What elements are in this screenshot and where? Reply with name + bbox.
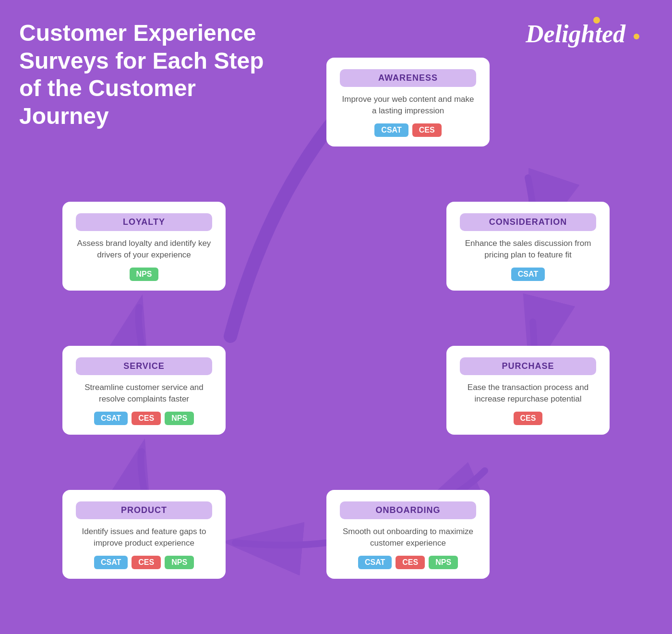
card-onboarding: ONBOARDING Smooth out onboarding to maxi… xyxy=(326,490,490,579)
card-product-badges: CSAT CES NPS xyxy=(76,556,212,569)
badge-ces: CES xyxy=(412,123,442,137)
card-awareness-desc: Improve your web content and make a last… xyxy=(340,94,476,117)
badge-nps: NPS xyxy=(165,556,194,569)
card-service-badges: CSAT CES NPS xyxy=(76,412,212,425)
card-purchase-title: PURCHASE xyxy=(468,361,588,371)
badge-ces: CES xyxy=(396,556,425,569)
main-title: Customer Experience Surveys for Each Ste… xyxy=(19,19,269,130)
svg-text:Delighted: Delighted xyxy=(526,20,626,48)
card-onboarding-title: ONBOARDING xyxy=(348,505,468,515)
card-onboarding-desc: Smooth out onboarding to maximize custom… xyxy=(340,526,476,549)
logo: Delighted xyxy=(526,14,643,54)
card-service: SERVICE Streamline customer service and … xyxy=(62,346,226,435)
card-consideration-desc: Enhance the sales discussion from pricin… xyxy=(460,238,596,261)
card-product-title: PRODUCT xyxy=(84,505,204,515)
badge-nps: NPS xyxy=(165,412,194,425)
card-loyalty-title: LOYALTY xyxy=(84,217,204,227)
badge-csat: CSAT xyxy=(94,412,128,425)
card-consideration-title: CONSIDERATION xyxy=(468,217,588,227)
card-onboarding-badges: CSAT CES NPS xyxy=(340,556,476,569)
svg-point-1 xyxy=(593,17,600,24)
card-loyalty-header: LOYALTY xyxy=(76,213,212,231)
card-purchase: PURCHASE Ease the transaction process an… xyxy=(446,346,610,435)
card-consideration-badges: CSAT xyxy=(460,268,596,281)
card-awareness-header: AWARENESS xyxy=(340,69,476,87)
card-awareness-badges: CSAT CES xyxy=(340,123,476,137)
card-purchase-header: PURCHASE xyxy=(460,357,596,375)
card-service-title: SERVICE xyxy=(84,361,204,371)
badge-csat: CSAT xyxy=(94,556,128,569)
card-onboarding-header: ONBOARDING xyxy=(340,501,476,519)
card-loyalty: LOYALTY Assess brand loyalty and identif… xyxy=(62,202,226,291)
card-consideration-header: CONSIDERATION xyxy=(460,213,596,231)
card-product: PRODUCT Identify issues and feature gaps… xyxy=(62,490,226,579)
card-product-header: PRODUCT xyxy=(76,501,212,519)
badge-csat: CSAT xyxy=(358,556,392,569)
card-loyalty-desc: Assess brand loyalty and identify key dr… xyxy=(76,238,212,261)
card-service-header: SERVICE xyxy=(76,357,212,375)
badge-nps: NPS xyxy=(429,556,458,569)
card-awareness-title: AWARENESS xyxy=(348,73,468,83)
card-purchase-desc: Ease the transaction process and increas… xyxy=(460,382,596,405)
badge-ces: CES xyxy=(132,556,161,569)
badge-ces: CES xyxy=(514,412,543,425)
card-awareness: AWARENESS Improve your web content and m… xyxy=(326,58,490,146)
badge-nps: NPS xyxy=(130,268,159,281)
badge-ces: CES xyxy=(132,412,161,425)
card-consideration: CONSIDERATION Enhance the sales discussi… xyxy=(446,202,610,291)
badge-csat: CSAT xyxy=(511,268,545,281)
badge-csat: CSAT xyxy=(374,123,408,137)
card-product-desc: Identify issues and feature gaps to impr… xyxy=(76,526,212,549)
card-purchase-badges: CES xyxy=(460,412,596,425)
card-loyalty-badges: NPS xyxy=(76,268,212,281)
card-service-desc: Streamline customer service and resolve … xyxy=(76,382,212,405)
